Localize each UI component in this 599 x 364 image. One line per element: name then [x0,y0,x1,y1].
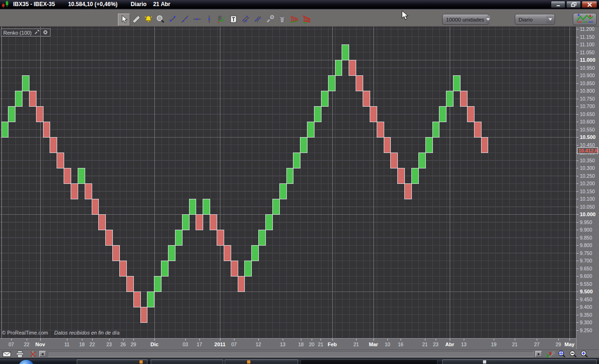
delete-drawings-icon [278,15,287,26]
time-tick [332,339,333,341]
price-tick-label: 10.000 [580,211,596,217]
tool-trend-line-button[interactable] [179,14,191,26]
time-tick [373,339,374,341]
taskbar-button[interactable] [77,359,147,364]
tool-vertical-line-button[interactable] [203,14,215,26]
time-tick [537,339,537,341]
price-tick-label: 9.250 [580,328,592,333]
price-tick-label: 10.600 [580,119,595,124]
tool-parallel-lines-button[interactable] [252,14,264,26]
taskbar-button[interactable] [442,359,597,364]
renko-brick-down [481,137,489,153]
renko-brick-down [119,261,127,277]
price-tick [577,199,578,199]
renko-brick-down [363,91,370,107]
tool-ruler-button[interactable] [130,14,142,26]
renko-brick-up [182,214,190,230]
renko-brick-down [238,276,245,292]
scroll-right-button[interactable] [535,351,542,357]
tool-pointer-button[interactable] [118,14,130,26]
price-tick-label: 11.150 [580,34,594,40]
price-tick-label: 9.750 [580,250,592,256]
price-tick-label: 9.650 [580,266,592,271]
price-tick-label: 10.650 [580,111,595,117]
renko-brick-down [140,307,148,323]
price-tick-label: 10.350 [580,158,595,163]
renko-chart-plot[interactable]: Renko (100) © ProRealTime.com Datos reci… [0,27,576,338]
tool-text-note-button[interactable] [227,14,240,26]
renko-brick-up [168,245,175,261]
tool-pattern-wedge-button[interactable] [300,14,313,26]
taskbar-app-icon [139,360,143,364]
zoom-in-icon[interactable] [579,350,589,358]
renko-brick-up [147,291,154,307]
price-tick [577,307,578,307]
indicator-close-icon[interactable] [43,29,48,36]
chart-type-button[interactable] [573,13,597,25]
renko-brick-down [231,261,238,277]
tool-indicator-list-button[interactable] [215,14,227,26]
time-tick-label: 16 [392,342,409,347]
print-icon[interactable] [15,350,24,358]
price-tick [577,261,578,261]
time-tick [436,339,436,341]
horizontal-scrollbar[interactable] [48,351,533,357]
indicator-label: Renko (100) [3,30,32,36]
renko-brick-down [85,183,92,199]
scroll-left-button[interactable] [39,351,46,357]
time-axis[interactable]: 0722Nov111822232629Dic031720110712131820… [0,338,576,349]
renko-brick-up [203,199,210,215]
time-tick-label: 07 [226,342,242,347]
timeframe-dropdown[interactable]: Diario [515,14,555,25]
renko-brick-down [57,153,64,168]
title-bar: IBX35 - IBEX-35 10.584,10 (+0,46%) Diari… [0,0,599,8]
renko-brick-up [321,91,329,107]
tool-channel-button[interactable] [240,14,252,26]
price-tick [577,330,578,331]
price-tick-label: 9.400 [580,304,592,310]
tool-trend-segment-button[interactable] [167,14,179,26]
tool-pattern-triangle-button[interactable] [288,14,300,26]
period-tool-icon[interactable] [546,350,555,358]
time-tick-label: 12 [250,342,267,347]
indicator-settings-wrench-icon[interactable] [34,29,40,36]
close-button[interactable] [582,1,597,8]
price-tick-label: 10.750 [580,96,595,102]
chevron-down-icon [486,15,490,23]
chart-region: Renko (100) © ProRealTime.com Datos reci… [0,27,599,349]
price-tick [577,245,578,246]
price-tick-label: 9.350 [580,312,592,318]
tool-horizontal-line-button[interactable] [191,14,203,26]
renko-brick-up [432,122,440,138]
price-tick [577,222,578,223]
tool-drawing-tools-button[interactable] [264,14,276,26]
taskbar-button[interactable] [300,359,438,364]
zoom-out-icon[interactable] [568,350,577,358]
renko-brick-down [98,214,106,230]
minimize-button[interactable] [551,1,565,8]
time-tick [515,339,515,341]
renko-brick-up [154,276,161,292]
taskbar-button[interactable] [225,359,298,364]
start-orb[interactable] [18,359,35,364]
price-axis[interactable]: 11.20011.15011.10011.05011.00010.95010.9… [576,27,599,349]
renko-brick-down [133,291,141,307]
price-tick [577,269,578,269]
tool-alerts-button[interactable] [142,14,154,26]
renko-brick-up [418,153,426,168]
pattern-wedge-icon [302,15,311,26]
price-tick [577,315,578,315]
restore-button[interactable] [566,1,581,8]
quantity-dropdown[interactable]: 10000 unidades [442,14,489,25]
time-tick-label: 21 [506,342,523,347]
mail-icon[interactable] [2,350,11,358]
taskbar-button[interactable] [151,359,223,364]
copyright-line: © ProRealTime.com Datos recibidos en fin… [2,330,119,335]
time-tick [558,339,559,341]
zoom-fit-icon[interactable] [557,350,566,358]
time-tick-label: Dic [146,342,163,347]
taskbar-app-icon [483,360,486,364]
tool-zoom-button[interactable] [154,14,167,26]
tool-delete-drawings-button[interactable] [276,14,288,26]
time-tick [234,339,234,341]
